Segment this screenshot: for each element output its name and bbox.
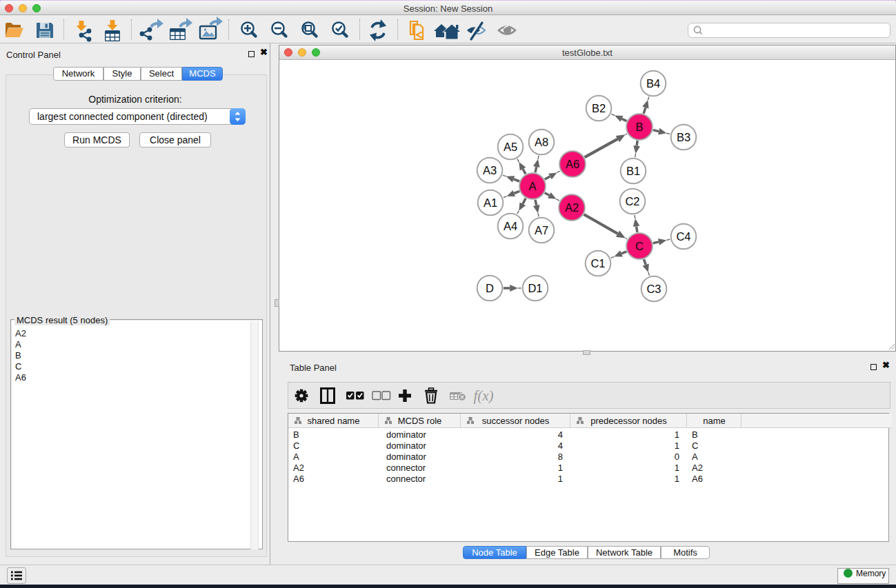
svg-text:A6: A6: [566, 158, 579, 170]
svg-text:f(x): f(x): [473, 387, 493, 404]
svg-text:C3: C3: [646, 283, 661, 295]
svg-text:C2: C2: [625, 195, 639, 207]
svg-text:shared name: shared name: [308, 416, 360, 426]
svg-text:D: D: [486, 282, 494, 294]
svg-text:A8: A8: [535, 136, 548, 148]
svg-text:A5: A5: [504, 141, 517, 153]
svg-text:C1: C1: [590, 257, 605, 270]
svg-text:A: A: [528, 180, 536, 192]
svg-text:B3: B3: [677, 131, 690, 143]
svg-text:A1: A1: [484, 196, 497, 209]
svg-text:name: name: [703, 416, 726, 426]
svg-text:A2: A2: [565, 201, 579, 214]
svg-text:C4: C4: [676, 230, 690, 243]
svg-text:A3: A3: [483, 164, 497, 176]
svg-text:successor nodes: successor nodes: [482, 416, 550, 426]
svg-text:B2: B2: [592, 102, 606, 114]
svg-text:MCDS role: MCDS role: [398, 416, 442, 426]
svg-text:B: B: [635, 121, 643, 133]
svg-text:A4: A4: [504, 220, 517, 232]
svg-text:B1: B1: [626, 165, 640, 177]
svg-text:A7: A7: [535, 224, 548, 236]
svg-text:B4: B4: [646, 77, 660, 90]
svg-text:D1: D1: [528, 282, 542, 294]
svg-text:predecessor nodes: predecessor nodes: [590, 416, 667, 426]
svg-text:C: C: [635, 240, 644, 252]
